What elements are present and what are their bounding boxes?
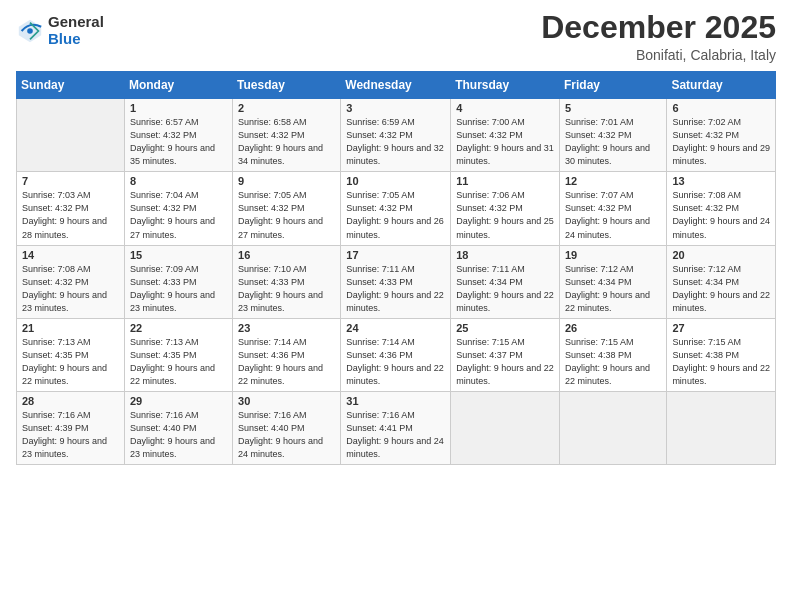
- day-number: 9: [238, 175, 335, 187]
- daylight-text: Daylight: 9 hours and 23 minutes.: [130, 436, 215, 459]
- logo-blue: Blue: [48, 31, 104, 48]
- sunset-text: Sunset: 4:40 PM: [238, 423, 305, 433]
- day-number: 15: [130, 249, 227, 261]
- sunrise-text: Sunrise: 7:05 AM: [346, 190, 415, 200]
- daylight-text: Daylight: 9 hours and 23 minutes.: [22, 436, 107, 459]
- logo-text: General Blue: [48, 14, 104, 47]
- day-info: Sunrise: 7:15 AM Sunset: 4:38 PM Dayligh…: [565, 336, 661, 388]
- sunset-text: Sunset: 4:38 PM: [565, 350, 632, 360]
- sunrise-text: Sunrise: 7:16 AM: [346, 410, 415, 420]
- day-info: Sunrise: 7:16 AM Sunset: 4:41 PM Dayligh…: [346, 409, 445, 461]
- day-number: 19: [565, 249, 661, 261]
- day-number: 10: [346, 175, 445, 187]
- day-info: Sunrise: 7:13 AM Sunset: 4:35 PM Dayligh…: [130, 336, 227, 388]
- calendar-cell: 20 Sunrise: 7:12 AM Sunset: 4:34 PM Dayl…: [667, 245, 776, 318]
- col-sunday: Sunday: [17, 72, 125, 99]
- calendar-cell: [451, 391, 560, 464]
- day-info: Sunrise: 7:09 AM Sunset: 4:33 PM Dayligh…: [130, 263, 227, 315]
- sunset-text: Sunset: 4:34 PM: [565, 277, 632, 287]
- daylight-text: Daylight: 9 hours and 22 minutes.: [456, 290, 554, 313]
- sunrise-text: Sunrise: 7:04 AM: [130, 190, 199, 200]
- daylight-text: Daylight: 9 hours and 23 minutes.: [22, 290, 107, 313]
- sunrise-text: Sunrise: 7:13 AM: [130, 337, 199, 347]
- calendar-week-5: 28 Sunrise: 7:16 AM Sunset: 4:39 PM Dayl…: [17, 391, 776, 464]
- col-saturday: Saturday: [667, 72, 776, 99]
- sunrise-text: Sunrise: 7:14 AM: [346, 337, 415, 347]
- daylight-text: Daylight: 9 hours and 32 minutes.: [346, 143, 444, 166]
- day-number: 17: [346, 249, 445, 261]
- day-info: Sunrise: 7:12 AM Sunset: 4:34 PM Dayligh…: [672, 263, 770, 315]
- day-number: 30: [238, 395, 335, 407]
- sunrise-text: Sunrise: 7:11 AM: [456, 264, 525, 274]
- day-number: 22: [130, 322, 227, 334]
- calendar-week-3: 14 Sunrise: 7:08 AM Sunset: 4:32 PM Dayl…: [17, 245, 776, 318]
- daylight-text: Daylight: 9 hours and 25 minutes.: [456, 216, 554, 239]
- day-number: 28: [22, 395, 119, 407]
- daylight-text: Daylight: 9 hours and 22 minutes.: [346, 290, 444, 313]
- logo: General Blue: [16, 14, 104, 47]
- daylight-text: Daylight: 9 hours and 34 minutes.: [238, 143, 323, 166]
- calendar-week-2: 7 Sunrise: 7:03 AM Sunset: 4:32 PM Dayli…: [17, 172, 776, 245]
- sunrise-text: Sunrise: 7:13 AM: [22, 337, 91, 347]
- day-info: Sunrise: 6:59 AM Sunset: 4:32 PM Dayligh…: [346, 116, 445, 168]
- daylight-text: Daylight: 9 hours and 35 minutes.: [130, 143, 215, 166]
- calendar-cell: 31 Sunrise: 7:16 AM Sunset: 4:41 PM Dayl…: [341, 391, 451, 464]
- sunrise-text: Sunrise: 7:11 AM: [346, 264, 415, 274]
- daylight-text: Daylight: 9 hours and 24 minutes.: [565, 216, 650, 239]
- calendar-cell: 2 Sunrise: 6:58 AM Sunset: 4:32 PM Dayli…: [233, 99, 341, 172]
- calendar-cell: 10 Sunrise: 7:05 AM Sunset: 4:32 PM Dayl…: [341, 172, 451, 245]
- calendar-cell: 11 Sunrise: 7:06 AM Sunset: 4:32 PM Dayl…: [451, 172, 560, 245]
- sunset-text: Sunset: 4:32 PM: [346, 203, 413, 213]
- sunset-text: Sunset: 4:34 PM: [456, 277, 523, 287]
- day-number: 4: [456, 102, 554, 114]
- day-info: Sunrise: 7:12 AM Sunset: 4:34 PM Dayligh…: [565, 263, 661, 315]
- sunset-text: Sunset: 4:35 PM: [130, 350, 197, 360]
- daylight-text: Daylight: 9 hours and 23 minutes.: [130, 290, 215, 313]
- day-info: Sunrise: 7:16 AM Sunset: 4:40 PM Dayligh…: [238, 409, 335, 461]
- sunset-text: Sunset: 4:41 PM: [346, 423, 413, 433]
- sunrise-text: Sunrise: 7:03 AM: [22, 190, 91, 200]
- col-friday: Friday: [559, 72, 666, 99]
- calendar-cell: 7 Sunrise: 7:03 AM Sunset: 4:32 PM Dayli…: [17, 172, 125, 245]
- day-info: Sunrise: 6:58 AM Sunset: 4:32 PM Dayligh…: [238, 116, 335, 168]
- sunset-text: Sunset: 4:34 PM: [672, 277, 739, 287]
- calendar-cell: 6 Sunrise: 7:02 AM Sunset: 4:32 PM Dayli…: [667, 99, 776, 172]
- daylight-text: Daylight: 9 hours and 22 minutes.: [22, 363, 107, 386]
- day-number: 5: [565, 102, 661, 114]
- calendar-table: Sunday Monday Tuesday Wednesday Thursday…: [16, 71, 776, 465]
- day-number: 27: [672, 322, 770, 334]
- day-number: 16: [238, 249, 335, 261]
- daylight-text: Daylight: 9 hours and 22 minutes.: [130, 363, 215, 386]
- sunset-text: Sunset: 4:32 PM: [456, 130, 523, 140]
- day-number: 12: [565, 175, 661, 187]
- calendar-cell: 14 Sunrise: 7:08 AM Sunset: 4:32 PM Dayl…: [17, 245, 125, 318]
- sunrise-text: Sunrise: 7:05 AM: [238, 190, 307, 200]
- sunrise-text: Sunrise: 7:08 AM: [22, 264, 91, 274]
- col-tuesday: Tuesday: [233, 72, 341, 99]
- daylight-text: Daylight: 9 hours and 28 minutes.: [22, 216, 107, 239]
- sunset-text: Sunset: 4:32 PM: [130, 130, 197, 140]
- day-info: Sunrise: 7:00 AM Sunset: 4:32 PM Dayligh…: [456, 116, 554, 168]
- day-info: Sunrise: 7:14 AM Sunset: 4:36 PM Dayligh…: [238, 336, 335, 388]
- calendar-cell: 3 Sunrise: 6:59 AM Sunset: 4:32 PM Dayli…: [341, 99, 451, 172]
- calendar-cell: 28 Sunrise: 7:16 AM Sunset: 4:39 PM Dayl…: [17, 391, 125, 464]
- sunset-text: Sunset: 4:32 PM: [672, 203, 739, 213]
- daylight-text: Daylight: 9 hours and 27 minutes.: [130, 216, 215, 239]
- main-container: General Blue December 2025 Bonifati, Cal…: [0, 0, 792, 612]
- daylight-text: Daylight: 9 hours and 22 minutes.: [565, 290, 650, 313]
- location: Bonifati, Calabria, Italy: [541, 47, 776, 63]
- sunset-text: Sunset: 4:38 PM: [672, 350, 739, 360]
- day-number: 6: [672, 102, 770, 114]
- day-info: Sunrise: 7:04 AM Sunset: 4:32 PM Dayligh…: [130, 189, 227, 241]
- logo-general: General: [48, 14, 104, 31]
- col-monday: Monday: [124, 72, 232, 99]
- day-number: 7: [22, 175, 119, 187]
- day-number: 24: [346, 322, 445, 334]
- sunset-text: Sunset: 4:32 PM: [238, 203, 305, 213]
- daylight-text: Daylight: 9 hours and 24 minutes.: [238, 436, 323, 459]
- calendar-cell: 13 Sunrise: 7:08 AM Sunset: 4:32 PM Dayl…: [667, 172, 776, 245]
- calendar-cell: 8 Sunrise: 7:04 AM Sunset: 4:32 PM Dayli…: [124, 172, 232, 245]
- day-number: 26: [565, 322, 661, 334]
- calendar-cell: 12 Sunrise: 7:07 AM Sunset: 4:32 PM Dayl…: [559, 172, 666, 245]
- calendar-cell: 27 Sunrise: 7:15 AM Sunset: 4:38 PM Dayl…: [667, 318, 776, 391]
